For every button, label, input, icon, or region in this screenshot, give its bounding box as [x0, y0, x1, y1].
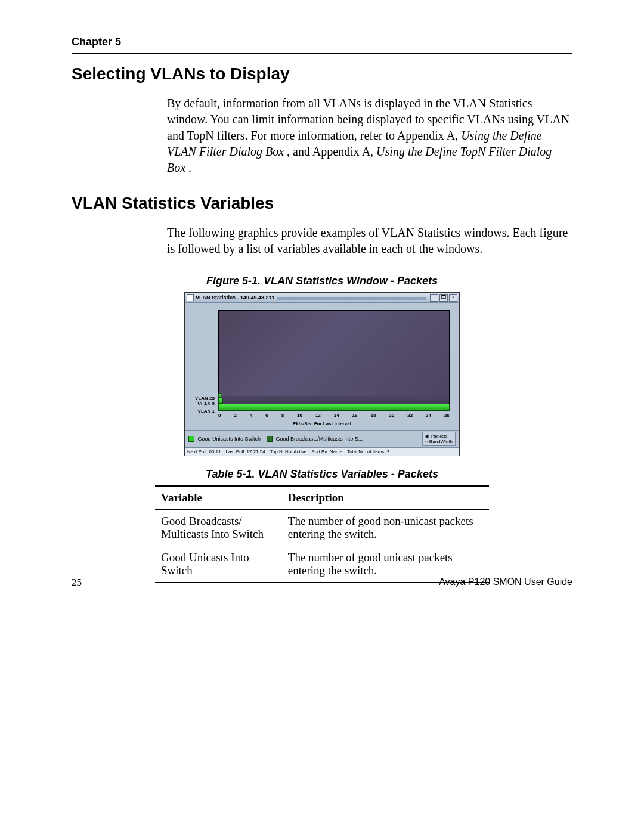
swatch-icon: [188, 436, 194, 442]
para-vlan-stats-vars: The following graphics provide examples …: [167, 225, 572, 257]
y-label: VLAN 3: [198, 401, 215, 407]
x-axis-ticks: 0 2 4 6 8 10 12 14 16 18 20 22 24 26: [218, 413, 450, 418]
figure-5-1: VLAN Statistics - 149.49.48.211 – 🗖 × VL…: [72, 292, 572, 456]
maximize-icon[interactable]: 🗖: [439, 294, 448, 302]
legend-label: Good Broadcasts/Multicasts Into S...: [276, 436, 363, 442]
x-tick: 4: [250, 413, 252, 418]
x-tick: 22: [407, 413, 413, 418]
chart-area: VLAN 23 VLAN 3 VLAN 1 0 2 4 6 8 10 12 14…: [188, 305, 456, 428]
section-title-selecting-vlans: Selecting VLANs to Display: [72, 64, 572, 83]
figure-caption: Figure 5-1. VLAN Statistics Window - Pac…: [72, 275, 572, 287]
table-header-row: Variable Description: [155, 486, 489, 510]
bar-vlan1: [218, 404, 450, 411]
page-number: 25: [72, 577, 82, 589]
radio-label: Packets: [431, 433, 447, 439]
y-label: VLAN 23: [195, 395, 215, 401]
legend-item-unicasts[interactable]: Good Unicasts Into Switch: [188, 436, 261, 442]
header-rule: [72, 53, 572, 54]
x-tick: 26: [444, 413, 450, 418]
x-tick: 14: [334, 413, 339, 418]
status-next-poll: Next Poll: 00:11: [187, 449, 221, 454]
legend-item-broadcasts[interactable]: Good Broadcasts/Multicasts Into S...: [267, 436, 363, 442]
vlan-statistics-window: VLAN Statistics - 149.49.48.211 – 🗖 × VL…: [184, 292, 460, 456]
x-tick: 6: [265, 413, 268, 418]
radio-packets[interactable]: ◉ Packets: [425, 433, 453, 439]
status-sort: Sort By: Name: [311, 449, 342, 454]
chapter-label: Chapter 5: [72, 36, 572, 48]
legend-label: Good Unicasts Into Switch: [198, 436, 261, 442]
text-fragment: .: [188, 161, 191, 174]
col-header-description: Description: [282, 486, 489, 510]
page-footer: 25 Avaya P120 SMON User Guide: [72, 577, 572, 589]
status-topn: Top N: Not Active: [270, 449, 306, 454]
bar-vlan3: [218, 398, 223, 404]
radio-bandwidth[interactable]: ○ BandWidth: [425, 439, 453, 444]
x-tick: 16: [352, 413, 358, 418]
x-tick: 12: [315, 413, 321, 418]
vlan-variables-table: Variable Description Good Broadcasts/ Mu…: [155, 485, 489, 583]
y-label: VLAN 1: [198, 408, 215, 414]
document-title: Avaya P120 SMON User Guide: [439, 577, 572, 589]
para-selecting-vlans: By default, information from all VLANs i…: [167, 95, 572, 176]
y-axis-labels: VLAN 23 VLAN 3 VLAN 1: [188, 310, 217, 411]
document-icon: [187, 294, 194, 301]
x-tick: 8: [281, 413, 284, 418]
status-last-poll: Last Poll: 17:21:54: [225, 449, 265, 454]
status-bar: Next Poll: 00:11 Last Poll: 17:21:54 Top…: [185, 447, 459, 456]
bar-vlan23: [218, 393, 221, 398]
plot-background: [218, 310, 450, 411]
window-titlebar[interactable]: VLAN Statistics - 149.49.48.211 – 🗖 ×: [185, 293, 459, 303]
legend-row: Good Unicasts Into Switch Good Broadcast…: [185, 430, 459, 447]
x-tick: 18: [370, 413, 376, 418]
swatch-icon: [267, 436, 273, 442]
status-total: Total No. of Items: 3: [347, 449, 389, 454]
x-tick: 2: [234, 413, 236, 418]
display-mode-radio-group: ◉ Packets ○ BandWidth: [422, 432, 456, 446]
x-tick: 24: [426, 413, 431, 418]
table-caption: Table 5-1. VLAN Statistics Variables - P…: [72, 468, 572, 481]
close-icon[interactable]: ×: [449, 294, 457, 302]
x-tick: 0: [218, 413, 221, 418]
cell-description: The number of good non-unicast packets e…: [282, 510, 489, 546]
window-title: VLAN Statistics - 149.49.48.211: [196, 295, 275, 301]
x-tick: 20: [389, 413, 394, 418]
minimize-icon[interactable]: –: [430, 294, 438, 302]
x-tick: 10: [297, 413, 302, 418]
section-title-vlan-stats-vars: VLAN Statistics Variables: [72, 194, 572, 213]
table-row: Good Broadcasts/ Multicasts Into Switch …: [155, 510, 489, 546]
titlebar-stripes: [277, 295, 426, 301]
cell-variable: Good Broadcasts/ Multicasts Into Switch: [155, 510, 282, 546]
x-axis-label: Pkts/Sec For Last Interval: [188, 421, 456, 426]
text-fragment: , and Appendix A,: [287, 145, 376, 158]
radio-label: BandWidth: [429, 439, 453, 444]
col-header-variable: Variable: [155, 486, 282, 510]
